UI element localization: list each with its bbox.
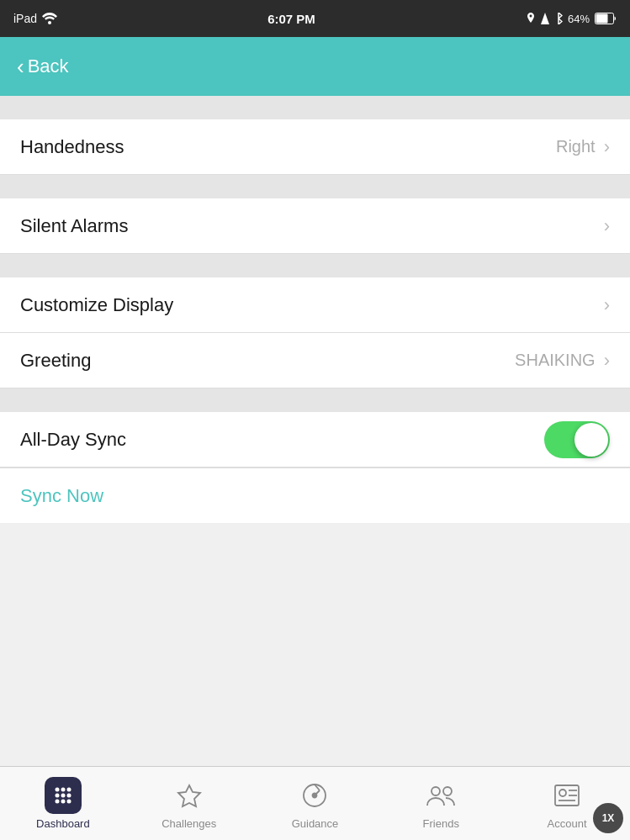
svg-point-20	[559, 790, 566, 796]
status-time: 6:07 PM	[267, 12, 315, 26]
handedness-row[interactable]: Handedness Right ›	[0, 119, 630, 175]
svg-point-17	[431, 787, 440, 795]
svg-point-9	[55, 800, 59, 804]
back-label: Back	[28, 55, 69, 77]
handedness-label: Handedness	[20, 136, 556, 158]
battery-label: 64%	[568, 13, 590, 25]
svg-point-3	[55, 788, 59, 792]
greeting-label: Greeting	[20, 350, 515, 372]
dashboard-icon-wrap	[45, 777, 82, 814]
friends-icon-wrap	[422, 777, 459, 814]
location-icon	[526, 13, 536, 24]
tab-dashboard-label: Dashboard	[36, 817, 90, 830]
svg-point-8	[66, 794, 71, 798]
dashboard-icon	[51, 784, 75, 807]
friends-icon	[426, 784, 456, 807]
challenges-icon	[176, 782, 203, 809]
tab-challenges-label: Challenges	[161, 817, 216, 830]
tab-account-label: Account	[548, 817, 587, 830]
arrow-icon	[541, 13, 549, 24]
guidance-icon	[301, 782, 328, 809]
silent-alarms-label: Silent Alarms	[20, 215, 604, 237]
all-day-sync-toggle[interactable]	[544, 421, 610, 458]
greeting-row[interactable]: Greeting SHAIKING ›	[0, 333, 630, 388]
tab-guidance-label: Guidance	[292, 817, 339, 830]
section-gap-4	[0, 388, 630, 412]
customize-display-chevron-icon: ›	[604, 294, 610, 316]
battery-icon	[595, 13, 617, 24]
sync-now-row[interactable]: Sync Now	[0, 468, 630, 523]
svg-point-0	[48, 21, 51, 24]
tab-guidance[interactable]: Guidance	[264, 777, 365, 830]
section-gap-2	[0, 175, 630, 198]
section-gap-1	[0, 96, 630, 119]
svg-marker-12	[178, 785, 200, 806]
svg-point-10	[61, 800, 65, 804]
back-button[interactable]: ‹ Back	[17, 55, 69, 77]
challenges-icon-wrap	[171, 777, 208, 814]
greeting-chevron-icon: ›	[604, 350, 610, 372]
account-icon-wrap	[548, 777, 585, 814]
svg-point-4	[61, 788, 65, 792]
status-left: iPad	[13, 12, 57, 25]
tab-dashboard[interactable]: Dashboard	[13, 777, 114, 830]
status-right: 64%	[526, 13, 617, 25]
device-label: iPad	[13, 12, 37, 25]
all-day-sync-label: All-Day Sync	[20, 429, 544, 451]
all-day-sync-toggle-container	[544, 421, 610, 458]
header-bar: ‹ Back	[0, 37, 630, 96]
status-bar: iPad 6:07 PM 64%	[0, 0, 630, 37]
tab-friends-label: Friends	[423, 817, 459, 830]
content-area: Handedness Right › Silent Alarms › Custo…	[0, 96, 630, 766]
handedness-chevron-icon: ›	[604, 136, 610, 158]
toggle-thumb	[574, 423, 608, 457]
svg-point-6	[55, 794, 59, 798]
tab-challenges[interactable]: Challenges	[139, 777, 240, 830]
customize-display-row[interactable]: Customize Display ›	[0, 277, 630, 333]
app-container: ‹ Back Handedness Right › Silent Alarms …	[0, 37, 630, 840]
tab-friends[interactable]: Friends	[390, 777, 491, 830]
section-gap-3	[0, 254, 630, 277]
tab-bar: Dashboard Challenges Guidance	[0, 766, 630, 840]
account-icon	[553, 784, 580, 807]
svg-point-16	[313, 794, 317, 798]
handedness-value: Right	[556, 137, 596, 156]
sync-now-label: Sync Now	[20, 485, 103, 507]
svg-point-7	[61, 794, 65, 798]
greeting-value: SHAIKING	[515, 351, 596, 370]
scale-badge: 1X	[593, 803, 623, 833]
all-day-sync-row[interactable]: All-Day Sync	[0, 412, 630, 468]
customize-display-label: Customize Display	[20, 294, 604, 316]
svg-point-18	[443, 787, 452, 795]
guidance-icon-wrap	[296, 777, 333, 814]
svg-rect-2	[596, 14, 607, 24]
bluetooth-icon	[554, 13, 563, 24]
silent-alarms-chevron-icon: ›	[604, 215, 610, 237]
wifi-icon	[42, 13, 57, 24]
svg-point-11	[66, 800, 71, 804]
back-chevron-icon: ‹	[17, 55, 24, 77]
silent-alarms-row[interactable]: Silent Alarms ›	[0, 198, 630, 254]
svg-point-5	[66, 788, 71, 792]
